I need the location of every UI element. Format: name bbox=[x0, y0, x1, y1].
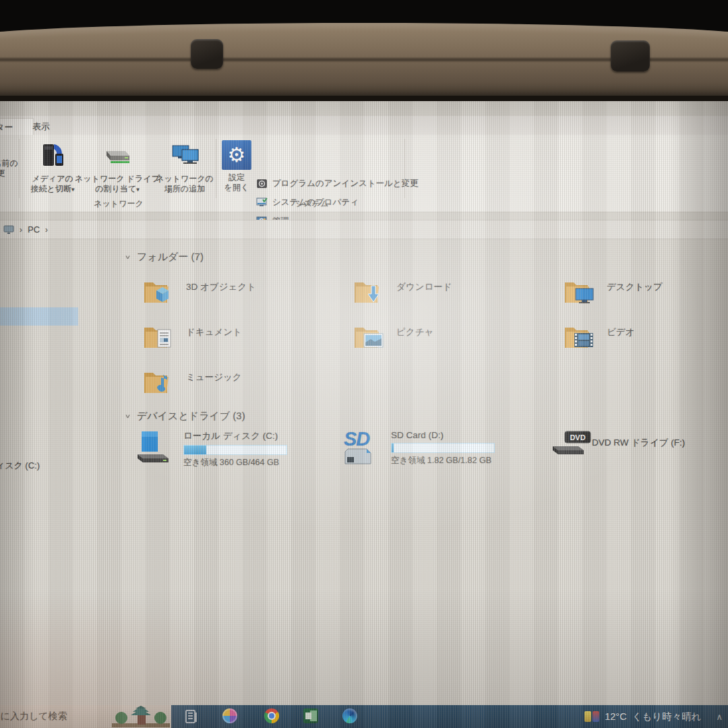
folder-label: 3D オブジェクト bbox=[186, 281, 256, 293]
tray-expand-chevron[interactable]: ∧ bbox=[716, 712, 723, 722]
ribbon: 名前の 変更 メディアの接続と切断▾ネットワーク ドライブの割り当て▾ネットワー… bbox=[0, 135, 728, 212]
chevron-down-icon: ˅ bbox=[125, 413, 130, 420]
ribbon-list-item-label: プログラムのアンインストールと変更 bbox=[272, 178, 419, 189]
document-folder-icon bbox=[143, 323, 175, 350]
uninstall-icon bbox=[256, 179, 268, 189]
hdd-icon bbox=[136, 430, 174, 469]
laptop-screen: コンピューター 表示 名前の 変更 メディアの接続と切断▾ネットワーク ドライブ… bbox=[0, 101, 728, 728]
folder-tile-desktop[interactable]: デスクトップ bbox=[564, 278, 728, 313]
folder-label: ピクチャ bbox=[396, 326, 433, 338]
folder-label: ビデオ bbox=[607, 326, 634, 338]
sd-logo: SD bbox=[344, 430, 382, 448]
drive-name: SD Card (D:) bbox=[391, 430, 495, 440]
weather-temp[interactable]: 12°C bbox=[605, 711, 626, 722]
folder-tile-download[interactable]: ダウンロード bbox=[353, 278, 555, 313]
taskbar-search-box[interactable]: ここに入力して検索 bbox=[0, 705, 171, 728]
folder-label: ミュージック bbox=[186, 371, 242, 384]
breadcrumb-pc[interactable]: PC bbox=[28, 224, 40, 235]
folder-tile-3d-object[interactable]: 3D オブジェクト bbox=[143, 278, 345, 313]
free-space-label: 空き領域 360 GB/464 GB bbox=[183, 457, 287, 468]
bezel-rubber-pad bbox=[611, 40, 650, 71]
settings-label-line1: 設定 bbox=[229, 173, 245, 182]
settings-label-line2: を開く bbox=[224, 183, 249, 192]
ribbon-button-label: ネットワークの bbox=[156, 174, 214, 183]
ribbon-tab-row: コンピューター 表示 bbox=[0, 116, 728, 135]
drive-tile-dvd[interactable]: DVDDVD RW ドライブ (F:) bbox=[551, 430, 728, 471]
capacity-bar bbox=[391, 443, 495, 453]
dvd-icon: DVD bbox=[551, 430, 589, 469]
network-group-label: ネットワーク bbox=[24, 198, 213, 210]
gear-icon: ⚙ bbox=[222, 140, 251, 170]
ribbon-button-label: ネットワーク ドライブ bbox=[75, 174, 160, 183]
pc-icon bbox=[3, 225, 14, 235]
group-separator bbox=[404, 139, 405, 198]
svg-text:DVD: DVD bbox=[570, 433, 585, 442]
folder-tile-video[interactable]: ビデオ bbox=[564, 323, 728, 358]
devices-header-label: デバイスとドライブ (3) bbox=[137, 410, 245, 421]
drive-tile-sd-card[interactable]: SDSD Card (D:)空き領域 1.82 GB/1.82 GB bbox=[344, 430, 546, 471]
drive-name: DVD RW ドライブ (F:) bbox=[592, 437, 685, 449]
nav-selected-highlight[interactable] bbox=[0, 307, 78, 326]
network-location-icon bbox=[151, 140, 218, 173]
desktop-folder-icon bbox=[564, 278, 596, 305]
video-folder-icon bbox=[564, 323, 596, 350]
download-folder-icon bbox=[353, 278, 386, 305]
ribbon-button[interactable]: ネットワークの場所の追加 bbox=[151, 139, 218, 194]
chevron-down-icon: ˅ bbox=[125, 253, 130, 261]
ribbon-button-label: メディアの bbox=[32, 174, 73, 183]
sd-card-icon: SD bbox=[344, 430, 382, 469]
folder-tile-document[interactable]: ドキュメント bbox=[143, 323, 345, 358]
system-tray: 12°C くもり時々晴れ ∧ bbox=[584, 705, 723, 728]
task-view-icon[interactable] bbox=[183, 708, 200, 725]
system-group-label: システム bbox=[222, 198, 402, 210]
breadcrumb-chevron: › bbox=[45, 225, 48, 235]
drive-name: ローカル ディスク (C:) bbox=[183, 430, 287, 442]
group-separator bbox=[19, 139, 20, 198]
search-highlight-temple-icon[interactable] bbox=[112, 706, 170, 728]
drive-tile-hdd[interactable]: ローカル ディスク (C:)空き領域 360 GB/464 GB bbox=[136, 430, 338, 471]
dropdown-arrow-icon: ▾ bbox=[136, 186, 140, 193]
picture-folder-icon bbox=[353, 323, 386, 350]
breadcrumb-chevron: › bbox=[20, 225, 22, 235]
rename-label-line1: 名前の bbox=[0, 158, 18, 168]
rename-label-line2: 変更 bbox=[0, 169, 5, 178]
ribbon-button-label: 場所の追加 bbox=[164, 184, 205, 193]
music-folder-icon bbox=[143, 368, 175, 395]
folder-label: デスクトップ bbox=[607, 281, 663, 293]
folder-label: ドキュメント bbox=[186, 326, 242, 338]
free-space-label: 空き領域 1.82 GB/1.82 GB bbox=[391, 455, 495, 466]
3d-object-folder-icon bbox=[143, 278, 175, 305]
folder-tile-picture[interactable]: ピクチャ bbox=[353, 323, 555, 358]
folder-tile-music[interactable]: ミュージック bbox=[143, 368, 345, 403]
bezel-rubber-pad bbox=[191, 39, 223, 69]
excel-icon[interactable] bbox=[303, 708, 320, 725]
devices-section-header[interactable]: ˅デバイスとドライブ (3) bbox=[125, 410, 245, 423]
chrome-icon[interactable] bbox=[264, 708, 280, 725]
capacity-bar bbox=[183, 445, 287, 455]
ribbon-list-item[interactable]: プログラムのアンインストールと変更 bbox=[256, 174, 419, 193]
ribbon-button[interactable]: ネットワーク ドライブの割り当て▾ bbox=[74, 139, 160, 194]
ribbon-button-label: 接続と切断 bbox=[31, 184, 71, 193]
weather-condition[interactable]: くもり時々晴れ bbox=[632, 710, 702, 723]
open-settings-button[interactable]: ⚙ 設定 を開く bbox=[213, 139, 260, 192]
address-bar[interactable]: › PC › bbox=[0, 220, 728, 239]
folders-section-header[interactable]: ˅フォルダー (7) bbox=[125, 251, 204, 264]
search-placeholder: ここに入力して検索 bbox=[0, 710, 67, 723]
folders-header-label: フォルダー (7) bbox=[137, 251, 204, 262]
nav-item-local-disk[interactable]: ローカル ディスク (C:) bbox=[0, 460, 40, 472]
network-drive-icon bbox=[74, 140, 160, 173]
photos-icon[interactable] bbox=[222, 708, 239, 725]
taskbar: ここに入力して検索 12°C く bbox=[0, 705, 728, 728]
tab-view[interactable]: 表示 bbox=[24, 118, 58, 135]
laptop-photo: コンピューター 表示 名前の 変更 メディアの接続と切断▾ネットワーク ドライブ… bbox=[0, 0, 728, 728]
weather-icon bbox=[584, 711, 599, 722]
ribbon-button-label: の割り当て bbox=[95, 184, 136, 193]
edge-icon[interactable] bbox=[342, 708, 359, 725]
folder-label: ダウンロード bbox=[396, 281, 452, 293]
